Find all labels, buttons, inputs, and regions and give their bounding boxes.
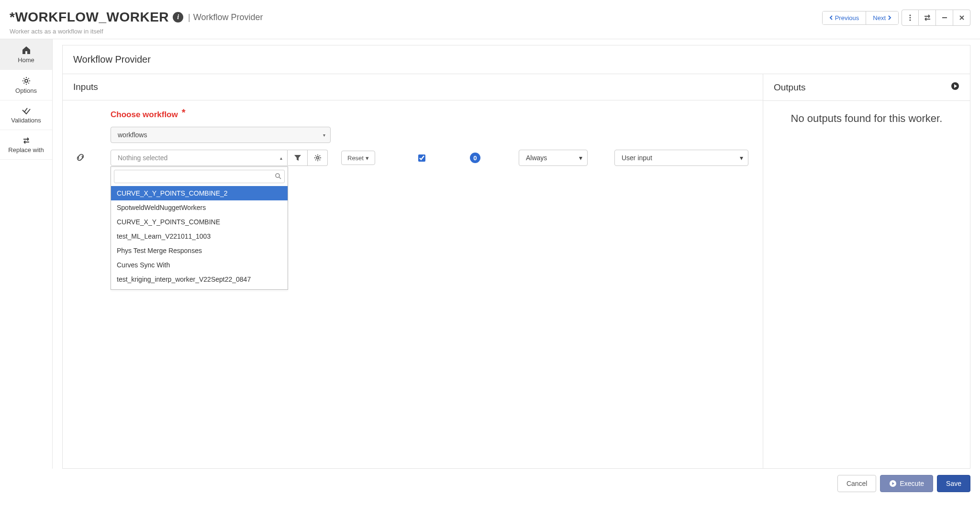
reset-label: Reset xyxy=(347,154,364,162)
page-title: *WORKFLOW_WORKER xyxy=(10,10,169,25)
more-button[interactable] xyxy=(902,10,919,26)
play-circle-icon xyxy=(889,480,897,487)
cancel-button[interactable]: Cancel xyxy=(837,475,877,492)
chain-icon xyxy=(75,152,86,163)
dropdown-item[interactable]: CURVE_X_Y_POINTS_COMBINE xyxy=(111,215,288,229)
topbar: *WORKFLOW_WORKER i | Workflow Provider W… xyxy=(0,0,980,39)
dropdown-item[interactable]: CURVE_X_Y_POINTS_COMBINE_2 xyxy=(111,186,288,200)
dropdown-search-wrap xyxy=(111,167,288,186)
page-description: Worker acts as a workflow in itself xyxy=(10,28,263,35)
previous-button[interactable]: Previous xyxy=(823,11,866,24)
double-check-icon xyxy=(22,107,31,115)
chevron-left-icon xyxy=(829,15,833,20)
count-badge[interactable]: 0 xyxy=(470,153,480,163)
dropdown-item[interactable]: Phys Test Merge Responses xyxy=(111,243,288,258)
link-icon[interactable] xyxy=(75,152,86,164)
dropdown-item[interactable]: Curves Sync With xyxy=(111,258,288,272)
filter-icon xyxy=(294,154,301,161)
svg-point-1 xyxy=(909,17,911,18)
save-button[interactable]: Save xyxy=(937,475,970,492)
minimize-button[interactable] xyxy=(936,10,953,26)
home-icon xyxy=(22,46,31,55)
source-select-value: workflows xyxy=(118,131,147,139)
sidetab-home[interactable]: Home xyxy=(0,39,52,70)
svg-point-2 xyxy=(909,19,911,21)
dropdown-item[interactable]: test_kriging_interp_worker_V22Sept22_084… xyxy=(111,272,288,286)
minimize-icon xyxy=(941,14,948,21)
cancel-label: Cancel xyxy=(846,480,868,487)
filter-button[interactable] xyxy=(288,150,308,166)
dropdown-item[interactable]: SpotweldWeldNuggetWorkers xyxy=(111,200,288,215)
inputs-form: Choose workflow * workflows xyxy=(63,100,763,175)
title-block: *WORKFLOW_WORKER i | Workflow Provider W… xyxy=(10,10,263,35)
inputs-header: Inputs xyxy=(63,74,763,100)
workflow-combo-wrap: Nothing selected xyxy=(111,150,328,166)
window-icon-group xyxy=(902,10,970,26)
close-icon xyxy=(958,14,965,21)
close-button[interactable] xyxy=(953,10,970,26)
next-label: Next xyxy=(873,14,886,22)
settings-button[interactable] xyxy=(308,150,328,166)
enable-checkbox[interactable] xyxy=(418,154,425,162)
title-row: *WORKFLOW_WORKER i | Workflow Provider xyxy=(10,10,263,25)
when-select[interactable]: Always xyxy=(519,150,588,166)
sidetab-replace[interactable]: Replace with xyxy=(0,130,52,160)
swap-icon xyxy=(22,137,31,144)
chevron-down-icon xyxy=(579,154,582,162)
panel-title: Workflow Provider xyxy=(62,45,970,74)
svg-point-4 xyxy=(316,157,319,159)
swap-icon xyxy=(923,14,932,22)
split: Inputs Choose workflow * workfl xyxy=(62,74,970,469)
gear-icon xyxy=(314,154,322,162)
previous-label: Previous xyxy=(835,14,859,22)
outputs-empty-text: No outputs found for this worker. xyxy=(763,101,970,136)
outputs-column: Outputs No outputs found for this worker… xyxy=(763,74,970,468)
page-subtitle: Workflow Provider xyxy=(193,12,263,22)
gear-icon xyxy=(22,77,31,85)
form-row: Nothing selected xyxy=(111,150,748,166)
sidetab-label: Validations xyxy=(11,117,41,124)
source-select[interactable]: workflows xyxy=(111,127,331,143)
inputs-header-label: Inputs xyxy=(73,82,98,92)
inputs-column: Inputs Choose workflow * workfl xyxy=(63,74,763,468)
reset-button[interactable]: Reset xyxy=(341,151,375,165)
dropdown-item[interactable]: test_ML_Learn_V221011_1003 xyxy=(111,229,288,243)
when-select-value: Always xyxy=(526,154,547,162)
next-button[interactable]: Next xyxy=(866,11,898,24)
sidetab-label: Home xyxy=(18,56,34,64)
svg-point-0 xyxy=(909,14,911,16)
title-separator: | xyxy=(188,12,190,22)
play-icon[interactable] xyxy=(951,82,959,93)
dropdown-item[interactable]: DATASET_ADD_COLUMN_BY_REGEX xyxy=(111,286,288,289)
swap-button[interactable] xyxy=(919,10,936,26)
field-label-text: Choose workflow xyxy=(111,110,178,120)
more-vertical-icon xyxy=(907,14,913,22)
search-icon xyxy=(275,173,281,181)
execute-button[interactable]: Execute xyxy=(880,475,933,492)
title-prefix: * xyxy=(10,10,15,24)
sidetab-options[interactable]: Options xyxy=(0,70,52,100)
scope-select-value: User input xyxy=(622,154,652,162)
chevron-up-icon xyxy=(280,155,282,161)
sidetab-label: Options xyxy=(15,87,37,94)
body: Home Options Validations Replace with Wo… xyxy=(0,39,980,469)
chevron-down-icon xyxy=(323,132,325,138)
footer: Cancel Execute Save xyxy=(0,469,980,498)
required-icon: * xyxy=(182,107,186,118)
save-label: Save xyxy=(946,480,961,487)
info-icon[interactable]: i xyxy=(173,12,183,22)
workflow-dropdown: CURVE_X_Y_POINTS_COMBINE_2 SpotweldWeldN… xyxy=(111,166,288,290)
workflow-combo[interactable]: Nothing selected xyxy=(111,150,288,166)
sidetab-validations[interactable]: Validations xyxy=(0,100,52,130)
outputs-header: Outputs xyxy=(763,74,970,101)
topbar-actions: Previous Next xyxy=(822,10,970,26)
outputs-header-label: Outputs xyxy=(774,82,806,93)
sidetab-label: Replace with xyxy=(8,146,44,154)
scope-select[interactable]: User input xyxy=(614,150,748,166)
main: Workflow Provider Inputs Choose workflow… xyxy=(53,39,980,469)
dropdown-search-input[interactable] xyxy=(114,170,284,183)
dropdown-list[interactable]: CURVE_X_Y_POINTS_COMBINE_2 SpotweldWeldN… xyxy=(111,186,288,289)
chevron-down-icon xyxy=(740,154,743,162)
chevron-right-icon xyxy=(888,15,891,20)
workflow-combo-value: Nothing selected xyxy=(118,154,167,162)
